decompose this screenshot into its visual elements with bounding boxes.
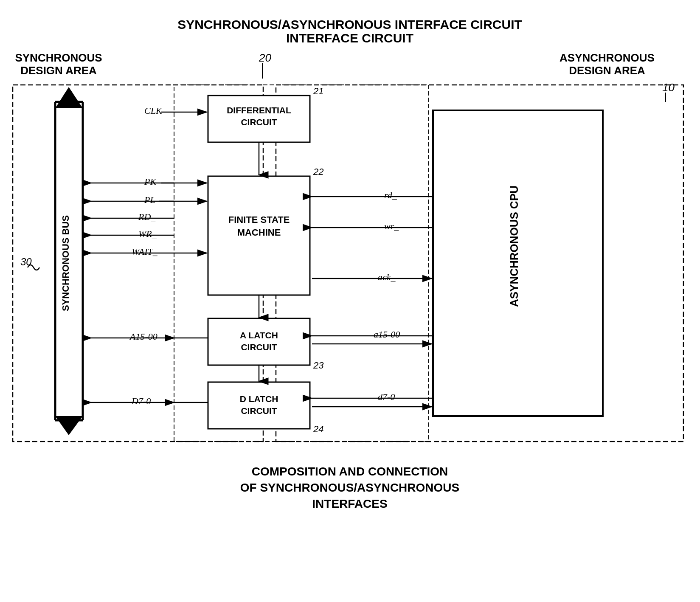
fsm-label: FINITE STATE (228, 214, 290, 225)
number-22: 22 (313, 166, 323, 177)
rd-left-label: RD_ (138, 211, 156, 222)
diff-circuit-label: DIFFERENTIAL (227, 105, 291, 115)
d-latch-label2: CIRCUIT (241, 406, 277, 416)
number-23: 23 (313, 360, 324, 371)
a-latch-label: A LATCH (240, 330, 278, 340)
wait-label: WAIT_ (132, 246, 158, 257)
ack-right-label: ack_ (378, 272, 396, 282)
async-area-title2: DESIGN AREA (569, 64, 645, 77)
number-21: 21 (313, 86, 323, 96)
a15-left-label: A15-00 (129, 331, 157, 342)
sync-area-title: SYNCHRONOUS (15, 51, 102, 64)
pl-label: PL (144, 194, 155, 205)
number-20: 20 (259, 51, 271, 64)
diagram-container: SYNCHRONOUS/ASYNCHRONOUS INTERFACE CIRCU… (0, 0, 700, 602)
bottom-title: COMPOSITION AND CONNECTION (252, 465, 448, 478)
wr-left-label: WR_ (138, 228, 157, 239)
rd-right-label: rd_ (384, 190, 397, 200)
pk-label: PK (144, 176, 157, 187)
main-title-line2: INTERFACE CIRCUIT (286, 31, 413, 45)
diff-circuit-label2: CIRCUIT (241, 117, 277, 127)
fsm-label2: MACHINE (237, 227, 281, 238)
d7-right-label: d7-0 (378, 391, 395, 402)
async-area-title: ASYNCHRONOUS (559, 51, 655, 64)
d7-left-label: D7-0 (131, 396, 151, 406)
sync-bus-label: SYNCHRONOUS BUS (60, 215, 71, 311)
a15-right-label: a15-00 (374, 329, 400, 340)
number-30: 30 (20, 256, 32, 267)
async-cpu-label: ASYNCHRONOUS CPU (508, 186, 520, 307)
clk-label: CLK (144, 105, 163, 116)
number-24: 24 (313, 424, 323, 434)
d-latch-label: D LATCH (240, 394, 278, 404)
main-title: SYNCHRONOUS/ASYNCHRONOUS INTERFACE CIRCU… (177, 17, 522, 31)
sync-area-title2: DESIGN AREA (20, 64, 97, 77)
wr-right-label: wr_ (384, 221, 399, 231)
number-10: 10 (662, 81, 675, 94)
svg-rect-20 (208, 382, 310, 429)
bottom-title3: INTERFACES (312, 497, 387, 510)
a-latch-label2: CIRCUIT (241, 342, 277, 352)
bottom-title2: OF SYNCHRONOUS/ASYNCHRONOUS (240, 481, 459, 494)
svg-rect-19 (208, 318, 310, 365)
